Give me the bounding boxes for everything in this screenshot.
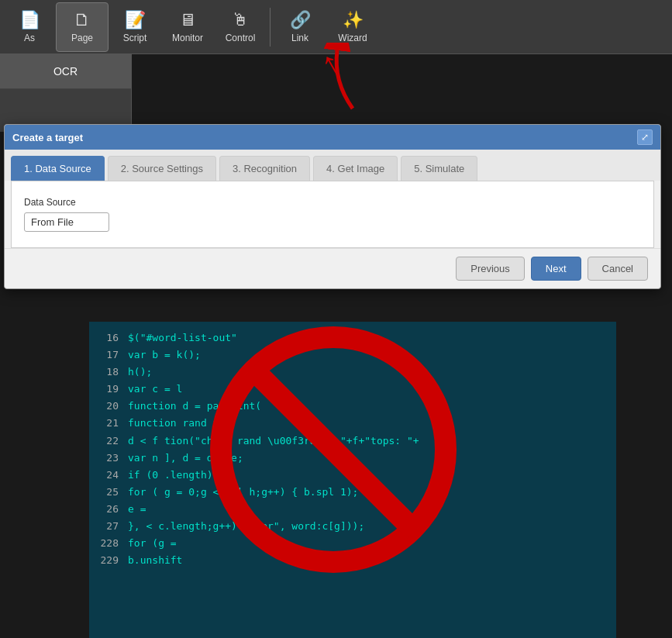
ocr-tab[interactable]: OCR [0,54,131,89]
data-source-field: From File From URL From Screen [24,212,641,232]
previous-button[interactable]: Previous [456,257,525,281]
code-image-area: 16$("#word-list-out"17var b = k();18h();… [89,322,616,638]
code-line: 18h(); [89,364,616,381]
line-number: 228 [95,535,119,552]
code-line: 228for (g = [89,535,616,552]
line-content: function rand f); [128,415,231,432]
step-tab-1[interactable]: 1. Data Source [11,156,105,181]
toolbar-btn-as[interactable]: 📄 As [3,2,56,52]
line-number: 23 [95,450,119,467]
code-line: 17var b = k(); [89,347,616,364]
line-number: 26 [95,501,119,518]
line-content: h(); [128,364,152,381]
line-content: for (g = [128,535,177,552]
toolbar-btn-wizard[interactable]: ✨ Wizard [326,2,379,52]
monitor-icon: 🖥 [179,10,196,30]
as-icon: 📄 [19,10,40,30]
dialog-titlebar: Create a target ⤢ [5,125,660,150]
toolbar-btn-page[interactable]: 🗋 Page [56,2,109,52]
next-button[interactable]: Next [531,257,581,281]
line-number: 25 [95,484,119,501]
link-icon: 🔗 [290,10,311,30]
code-line: 21function rand f); [89,415,616,432]
code-line: 26e = [89,501,616,518]
control-icon: 🖱 [232,10,249,30]
line-content: for ( g = 0;g < c.l h;g++) { b.spl 1); [128,484,358,501]
cancel-button[interactable]: Cancel [588,257,648,281]
step-tab-3[interactable]: 3. Recognition [219,156,310,181]
line-content: var c = l [128,381,182,398]
data-source-select[interactable]: From File From URL From Screen [24,212,109,232]
line-number: 18 [95,364,119,381]
line-content: d < f tion("check rand \u00f3rand: "+f+"… [128,433,419,450]
code-line: 22d < f tion("check rand \u00f3rand: "+f… [89,433,616,450]
dialog-footer: Previous Next Cancel [5,248,660,288]
code-line: 16$("#word-list-out" [89,329,616,347]
script-icon: 📝 [125,10,146,30]
left-panel: OCR [0,54,132,132]
code-line: 19var c = l [89,381,616,398]
toolbar-btn-link[interactable]: 🔗 Link [274,2,326,52]
line-number: 27 [95,518,119,535]
line-number: 20 [95,398,119,415]
create-target-dialog: Create a target ⤢ 1. Data Source 2. Sour… [4,124,661,289]
line-content: if (0 .length) { [128,467,225,484]
code-line: 25for ( g = 0;g < c.l h;g++) { b.spl 1); [89,484,616,501]
data-source-label: Data Source [24,197,641,208]
line-content: function d = parseInt( [128,398,261,415]
line-number: 229 [95,552,119,569]
toolbar: 📄 As 🗋 Page 📝 Script 🖥 Monitor 🖱 Control… [0,0,672,54]
line-number: 17 [95,347,119,364]
dialog-expand-button[interactable]: ⤢ [637,129,653,145]
toolbar-btn-monitor[interactable]: 🖥 Monitor [161,2,214,52]
line-number: 16 [95,329,119,347]
toolbar-btn-script[interactable]: 📝 Script [109,2,161,52]
toolbar-btn-control[interactable]: 🖱 Control [214,2,267,52]
line-content: e = [128,501,146,518]
code-line: 229b.unshift [89,552,616,569]
code-background: 16$("#word-list-out"17var b = k();18h();… [89,322,616,638]
line-content: var b = k(); [128,347,201,364]
code-line: 27}, < c.length;g++) meter", word:c[g]))… [89,518,616,535]
step-tab-4[interactable]: 4. Get Image [313,156,398,181]
wizard-icon: ✨ [343,10,364,30]
page-icon: 🗋 [74,10,91,30]
line-content: }, < c.length;g++) meter", word:c[g])); [128,518,364,535]
dialog-title: Create a target [12,132,83,143]
line-content: $("#word-list-out" [128,329,237,347]
code-line: 24if (0 .length) { [89,467,616,484]
code-line: 20function d = parseInt( [89,398,616,415]
line-content: b.unshift [128,552,182,569]
dialog-body: Data Source From File From URL From Scre… [11,181,654,248]
line-number: 21 [95,415,119,432]
line-content: var n ], d = d - e; [128,450,243,467]
expand-icon: ⤢ [641,132,649,143]
toolbar-divider [270,8,271,47]
step-tab-5[interactable]: 5. Simulate [401,156,477,181]
step-tab-2[interactable]: 2. Source Settings [108,156,216,181]
line-number: 19 [95,381,119,398]
step-tabs: 1. Data Source 2. Source Settings 3. Rec… [5,150,660,181]
line-number: 24 [95,467,119,484]
code-line: 23var n ], d = d - e; [89,450,616,467]
line-number: 22 [95,433,119,450]
